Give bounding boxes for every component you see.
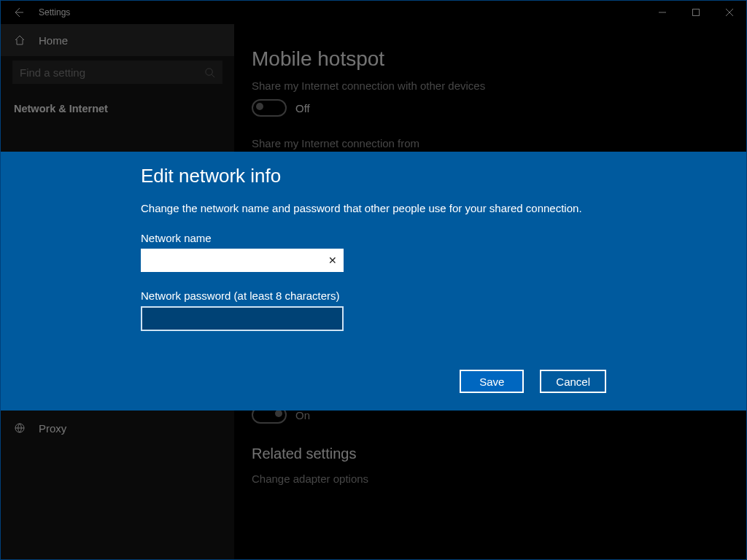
edit-network-info-dialog: Edit network info Change the network nam… (1, 152, 746, 411)
network-password-value (142, 308, 147, 320)
save-button[interactable]: Save (460, 370, 524, 393)
cancel-button[interactable]: Cancel (540, 370, 606, 393)
network-password-label: Network password (at least 8 characters) (141, 289, 651, 302)
x-icon: ✕ (328, 254, 337, 266)
dialog-title: Edit network info (141, 165, 651, 187)
clear-input-button[interactable]: ✕ (322, 254, 343, 266)
network-name-input[interactable]: ✕ (141, 249, 344, 272)
dialog-subtitle: Change the network name and password tha… (141, 202, 651, 214)
network-name-label: Network name (141, 232, 651, 244)
network-password-input[interactable] (141, 306, 344, 331)
button-label: Save (479, 376, 504, 388)
button-label: Cancel (556, 376, 590, 388)
